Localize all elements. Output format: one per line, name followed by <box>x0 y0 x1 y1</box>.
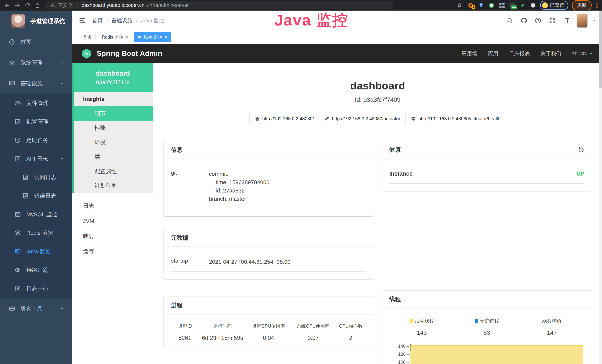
extension-icon-green-circle[interactable] <box>488 2 495 9</box>
y-tick-100: 100 <box>398 360 408 364</box>
header-actions: TT <box>506 13 596 28</box>
sba-nav-wallboard[interactable]: 应用墙 <box>462 50 477 57</box>
tab-java-monitor[interactable]: Java 监控 × <box>134 32 171 42</box>
instance-menu-details[interactable]: 细节 <box>72 106 153 121</box>
wrench-icon <box>324 116 329 121</box>
github-icon[interactable] <box>521 17 527 24</box>
browser-reload-icon[interactable] <box>23 1 32 10</box>
instance-menu-logging[interactable]: 日志 <box>72 198 153 214</box>
process-pid: 5261 <box>171 335 199 341</box>
tags-view-bar: 首页 Redis 监控 × Java 监控 × <box>72 31 602 44</box>
instance-menu-caches[interactable]: 缓存 <box>72 244 153 259</box>
instance-menu-classes[interactable]: 类 <box>72 150 153 164</box>
extension-badge-on: on <box>511 5 517 10</box>
app-logo-row[interactable]: 芋道管理系统 <box>0 11 72 32</box>
avatar-caret-down-icon[interactable] <box>592 19 596 23</box>
sidebar-item-access-logs[interactable]: 访问日志 <box>0 168 72 187</box>
scrollbar-thumb[interactable] <box>599 11 602 88</box>
cpu-core-count: 2 <box>335 335 366 341</box>
sba-navbar: Spring Boot Admin 应用墙 应用 日志报表 关于我们 zh-CN <box>72 44 602 63</box>
process-col-header: CPU核心数 <box>335 323 366 329</box>
page-scrollbar[interactable] <box>599 11 602 364</box>
extension-icon-grid[interactable] <box>499 2 505 9</box>
sidebar-item-tracing[interactable]: 链路追踪 <box>0 261 72 279</box>
document-edit-icon <box>14 155 21 162</box>
instance-menu-mappings[interactable]: 映射 <box>72 229 153 244</box>
extension-icon-leaf[interactable] <box>519 2 526 9</box>
instance-menu-metrics[interactable]: 性能 <box>72 121 153 135</box>
extension-icon-orange[interactable]: 1 <box>467 2 474 9</box>
browser-home-icon[interactable] <box>33 1 42 10</box>
process-col-header: 系统CPU使用率 <box>291 323 336 329</box>
breadcrumb-infra[interactable]: 基础设施 <box>112 17 132 24</box>
sba-nav-applications[interactable]: 应用 <box>488 50 498 57</box>
user-avatar[interactable] <box>577 13 588 28</box>
thread-stat-daemon: 守护进程 53 <box>454 318 519 336</box>
detail-cards: 信息 git commit: time: 1596289704000 id: 2… <box>153 141 602 364</box>
breadcrumb-separator: / <box>136 18 138 23</box>
sidebar-item-system[interactable]: 系统管理 <box>0 52 72 73</box>
sba-nav-about[interactable]: 关于我们 <box>541 50 561 57</box>
browser-forward-icon[interactable] <box>13 1 22 10</box>
actuator-url-button[interactable]: http://192.168.0.2:48080/actuator <box>319 113 406 124</box>
sba-brand-title[interactable]: Spring Boot Admin <box>97 50 162 57</box>
table-grid-icon <box>14 211 21 218</box>
cloud-upload-icon <box>14 100 21 107</box>
sidebar-item-redis-monitor[interactable]: Redis 监控 <box>0 224 72 242</box>
browser-menu-icon[interactable] <box>595 3 599 8</box>
sidebar-item-api-logs[interactable]: API 日志 <box>0 150 72 168</box>
tab-close-icon[interactable]: × <box>126 34 128 40</box>
profile-paused-badge[interactable]: 已暂停 <box>540 1 568 10</box>
tab-close-icon[interactable]: × <box>165 34 167 40</box>
help-icon[interactable] <box>535 17 541 24</box>
health-history-icon[interactable] <box>578 147 584 153</box>
fullscreen-icon[interactable] <box>549 17 556 24</box>
extension-puzzle-icon[interactable] <box>530 2 536 9</box>
instance-menu-configprops[interactable]: 配置属性 <box>72 164 153 179</box>
font-size-icon[interactable]: TT <box>563 17 569 24</box>
instance-menu-jvm[interactable]: JVM <box>72 214 153 229</box>
process-col-header: 进程ID <box>171 323 199 329</box>
instance-menu-scheduledtasks[interactable]: 计划任务 <box>72 179 153 193</box>
browser-back-icon[interactable] <box>3 1 11 10</box>
sidebar-item-mysql-monitor[interactable]: MySQL 监控 <box>0 205 72 224</box>
sidebar-item-label: API 日志 <box>26 155 48 163</box>
extension-icon-pin[interactable] <box>478 2 484 9</box>
app-window: 芋道管理系统 首页 系统管理 <box>0 11 602 364</box>
document-edit-icon <box>14 285 21 292</box>
update-label: 更新 <box>577 2 587 9</box>
sidebar-collapse-icon[interactable] <box>79 17 86 24</box>
browser-toolbar: 不安全 | dashboard.yudao.iocoder.cn /infra/… <box>0 0 602 11</box>
sba-locale-select[interactable]: zh-CN <box>572 51 593 57</box>
sidebar-item-dev-tools[interactable]: 研发工具 <box>0 298 72 319</box>
instance-sidebar: dashboard 93a3fc7f7409 Insights 细节 性能 环境… <box>72 63 153 364</box>
extension-icon-switch[interactable]: on <box>509 2 516 9</box>
tab-redis-monitor[interactable]: Redis 监控 × <box>98 32 132 42</box>
process-card: 进程 进程ID 运行时间 进程CPU使用率 系统CPU使用率 CPU核心数 52… <box>163 297 374 349</box>
chrome-update-button[interactable]: 更新 <box>572 0 592 11</box>
instance-menu-environment[interactable]: 环境 <box>72 135 153 150</box>
spring-boot-admin-logo-icon <box>81 48 92 59</box>
bookmark-star-icon[interactable] <box>456 1 464 10</box>
search-icon[interactable] <box>506 17 513 24</box>
sidebar-item-config-manage[interactable]: 配置管理 <box>0 112 72 131</box>
breadcrumb-home[interactable]: 首页 <box>92 17 103 24</box>
instance-links: http://192.168.0.2:48080/ http://192.168… <box>153 113 602 124</box>
sidebar-item-label: 文件管理 <box>26 99 49 107</box>
sidebar-item-file-manage[interactable]: 文件管理 <box>0 94 72 112</box>
instance-header[interactable]: dashboard 93a3fc7f7409 <box>72 63 153 92</box>
service-url-button[interactable]: http://192.168.0.2:48080/ <box>249 113 319 124</box>
layers-icon <box>14 230 21 236</box>
health-instance-row: Instance UP <box>389 162 585 184</box>
health-url-button[interactable]: http://192.168.0.2:48080/actuator/health <box>406 113 506 124</box>
sidebar-item-scheduled-jobs[interactable]: 定时任务 <box>0 131 72 150</box>
sidebar-item-error-logs[interactable]: 错误日志 <box>0 187 72 205</box>
sidebar-item-log-center[interactable]: 日志中心 <box>0 279 72 298</box>
app-logo-avatar <box>11 14 25 28</box>
address-bar[interactable]: 不安全 | dashboard.yudao.iocoder.cn /infra/… <box>45 1 394 10</box>
sidebar-item-home[interactable]: 首页 <box>0 32 72 52</box>
sidebar-item-infra[interactable]: 基础设施 <box>0 73 72 94</box>
tab-home[interactable]: 首页 <box>79 32 96 42</box>
sidebar-item-java-monitor[interactable]: Java 监控 <box>0 242 72 261</box>
sba-nav-journal[interactable]: 日志报表 <box>509 50 530 57</box>
